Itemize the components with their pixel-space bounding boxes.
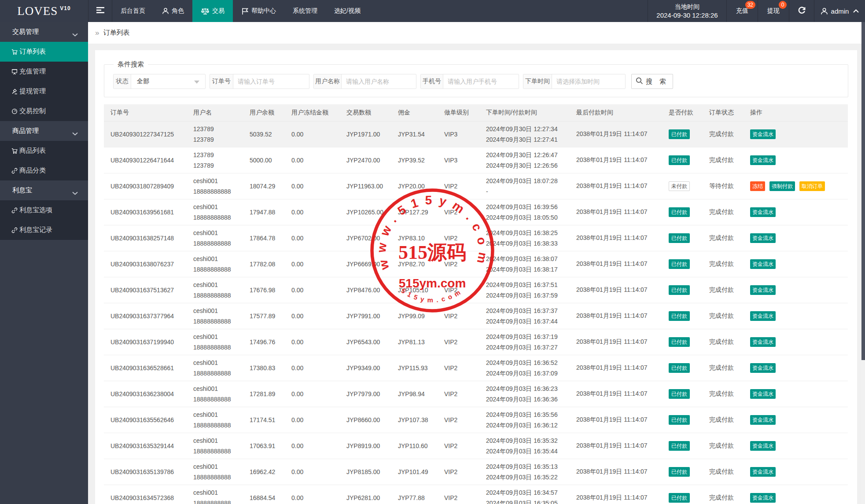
- chevron-down-icon: [72, 189, 78, 196]
- actions-cell: 冻结强制付款取消订单: [744, 173, 848, 199]
- action-button-资金流水[interactable]: 资金流水: [750, 493, 776, 503]
- status-select[interactable]: 全部: [131, 74, 205, 88]
- user-name-label: 用户名称: [314, 74, 342, 88]
- vip-level-cell: VIP2: [438, 277, 479, 303]
- search-button[interactable]: 搜 索: [631, 74, 673, 89]
- phone-input[interactable]: [443, 74, 519, 88]
- order-time-input[interactable]: [552, 74, 625, 88]
- order-time-line: 2024年09月30日 12:27:41: [486, 134, 570, 145]
- order-time-line: 2024年09月03日 16:37:09: [486, 368, 570, 379]
- order-status-cell: 完成付款: [703, 251, 744, 277]
- commission-cell: JYP101.49: [391, 459, 438, 485]
- order-status-cell: 完成付款: [703, 459, 744, 485]
- action-button-资金流水[interactable]: 资金流水: [750, 285, 776, 295]
- vip-level-cell: VIP2: [438, 199, 479, 225]
- recharge-button[interactable]: 充值 32: [727, 0, 758, 22]
- table-row: UB2409031637513627ceshi00118888888888176…: [104, 277, 848, 303]
- paid-status-cell: 已付款: [662, 355, 703, 381]
- actions-cell: 资金流水: [744, 121, 848, 147]
- commission-cell: JYP83.10: [391, 225, 438, 251]
- nav-item-系统管理[interactable]: 系统管理: [284, 0, 326, 22]
- sidebar-group-利息宝[interactable]: 利息宝: [0, 180, 88, 200]
- user-frozen-cell: 0.00: [285, 485, 340, 504]
- user-frozen-cell: 0.00: [285, 251, 340, 277]
- user-name-input[interactable]: [342, 74, 416, 88]
- vertical-scrollbar[interactable]: [861, 22, 865, 504]
- vip-level-cell: VIP2: [438, 173, 479, 199]
- trade-amount-cell: JYP8185.00: [340, 459, 391, 485]
- paid-status-badge: 已付款: [669, 207, 690, 217]
- column-header: 最后付款时间: [570, 104, 662, 121]
- user-name-line: ceshi001: [193, 435, 243, 446]
- sidebar-toggle-button[interactable]: [88, 0, 112, 22]
- last-pay-time-cell: 2038年01月19日 11:14:07: [570, 303, 662, 329]
- action-button-资金流水[interactable]: 资金流水: [750, 441, 776, 451]
- sidebar-item-商品分类[interactable]: 商品分类: [0, 161, 88, 180]
- action-button-冻结[interactable]: 冻结: [750, 181, 765, 191]
- sidebar-item-商品列表[interactable]: 商品列表: [0, 141, 88, 161]
- sidebar-group-交易管理[interactable]: 交易管理: [0, 22, 88, 42]
- nav-item-后台首页[interactable]: 后台首页: [112, 0, 154, 22]
- local-time: 当地时间 2024-09-30 12:28:26: [648, 0, 727, 22]
- order-no-input[interactable]: [233, 74, 309, 88]
- admin-name: admin: [831, 7, 849, 15]
- order-no-cell: UB2409031635329144: [104, 433, 187, 459]
- vip-level-cell: VIP2: [438, 433, 479, 459]
- order-time-line: 2024年09月03日 16:35:44: [486, 446, 570, 456]
- order-time-cell: 2024年09月03日 16:35:562024年09月03日 16:36:12: [479, 407, 570, 433]
- withdraw-button[interactable]: 提现 0: [758, 0, 789, 22]
- local-time-label: 当地时间: [675, 3, 699, 11]
- action-button-资金流水[interactable]: 资金流水: [750, 415, 776, 425]
- user-name-line: 18888888888: [193, 316, 243, 327]
- order-time-line: 2024年09月03日 16:38:33: [486, 238, 570, 249]
- nav-item-角色[interactable]: 角色: [154, 0, 192, 22]
- nav-item-交易[interactable]: 交易: [192, 0, 233, 22]
- order-no-cell: UB2409031634572368: [104, 485, 187, 504]
- action-button-资金流水[interactable]: 资金流水: [750, 363, 776, 373]
- paid-status-badge: 已付款: [669, 467, 690, 477]
- phone-label: 手机号: [421, 74, 443, 88]
- action-button-资金流水[interactable]: 资金流水: [750, 337, 776, 347]
- order-no-cell: UB2409031637377964: [104, 303, 187, 329]
- action-button-资金流水[interactable]: 资金流水: [750, 467, 776, 477]
- action-button-资金流水[interactable]: 资金流水: [750, 389, 776, 399]
- commission-cell: JYP99.09: [391, 303, 438, 329]
- table-row: UB2409031635329144ceshi00118888888888170…: [104, 433, 848, 459]
- sidebar-group-商品管理[interactable]: 商品管理: [0, 121, 88, 141]
- action-button-取消订单[interactable]: 取消订单: [799, 181, 825, 191]
- sidebar-item-订单列表[interactable]: 订单列表: [0, 42, 88, 62]
- sidebar-item-利息宝记录[interactable]: 利息宝记录: [0, 220, 88, 240]
- action-button-强制付款[interactable]: 强制付款: [769, 181, 795, 191]
- column-header: 下单时间/付款时间: [479, 104, 570, 121]
- refresh-button[interactable]: [789, 0, 814, 22]
- actions-cell: 资金流水: [744, 225, 848, 251]
- paid-status-badge: 已付款: [669, 233, 690, 243]
- top-navbar: LOVES V10 后台首页角色交易帮助中心系统管理选妃/视频 当地时间 202…: [0, 0, 865, 22]
- user-name-line: 123789: [193, 150, 243, 160]
- action-button-资金流水[interactable]: 资金流水: [750, 311, 776, 321]
- scrollbar-thumb[interactable]: [861, 22, 865, 360]
- action-button-资金流水[interactable]: 资金流水: [750, 207, 776, 217]
- admin-menu[interactable]: admin: [814, 0, 865, 22]
- action-button-资金流水[interactable]: 资金流水: [750, 259, 776, 269]
- user-balance-cell: 17676.98: [243, 277, 285, 303]
- breadcrumb-label[interactable]: 订单列表: [103, 29, 129, 37]
- last-pay-time-cell: 2038年01月19日 11:14:07: [570, 329, 662, 355]
- action-button-资金流水[interactable]: 资金流水: [750, 129, 776, 139]
- sidebar-item-交易控制[interactable]: 交易控制: [0, 101, 88, 121]
- last-pay-time-cell: 2038年01月19日 11:14:07: [570, 381, 662, 407]
- nav-item-选妃/视频[interactable]: 选妃/视频: [326, 0, 369, 22]
- user-icon: [821, 7, 828, 15]
- user-name-line: 18888888888: [193, 238, 243, 249]
- action-button-资金流水[interactable]: 资金流水: [750, 233, 776, 243]
- sidebar-item-利息宝选项[interactable]: 利息宝选项: [0, 200, 88, 220]
- order-time-line: 2024年09月30日 12:26:47: [486, 150, 570, 160]
- commission-cell: JYP107.38: [391, 407, 438, 433]
- nav-item-帮助中心[interactable]: 帮助中心: [233, 0, 284, 22]
- trade-amount-cell: JYP6281.00: [340, 485, 391, 504]
- sidebar-item-充值管理[interactable]: 充值管理: [0, 62, 88, 81]
- sidebar-item-提现管理[interactable]: 提现管理: [0, 81, 88, 101]
- commission-cell: JYP81.13: [391, 329, 438, 355]
- user-balance-cell: 17063.91: [243, 433, 285, 459]
- action-button-资金流水[interactable]: 资金流水: [750, 155, 776, 165]
